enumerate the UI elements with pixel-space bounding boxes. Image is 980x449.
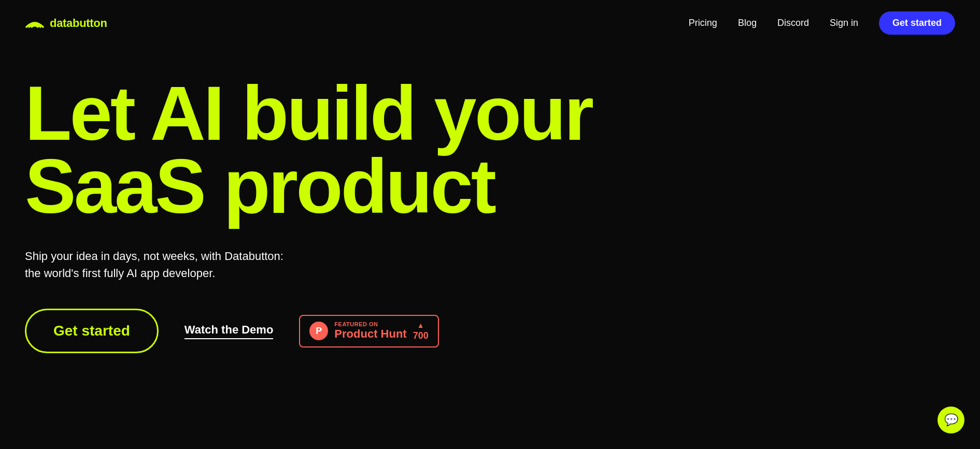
product-hunt-arrow-icon: ▲ xyxy=(417,321,424,329)
chat-bubble-button[interactable]: 💬 xyxy=(938,407,964,433)
watch-demo-label: Watch the Demo xyxy=(184,323,274,339)
product-hunt-vote-count: 700 xyxy=(413,330,429,341)
watch-demo-link[interactable]: Watch the Demo xyxy=(184,323,274,339)
product-hunt-middle: FEATURED ON Product Hunt xyxy=(334,321,406,341)
databutton-logo-icon xyxy=(25,18,45,29)
logo-text: databutton xyxy=(50,17,107,30)
nav-link-signin[interactable]: Sign in xyxy=(830,18,858,28)
product-hunt-votes: ▲ 700 xyxy=(413,321,429,341)
hero-headline-line2: SaaS product xyxy=(25,143,494,229)
product-hunt-featured-on: FEATURED ON xyxy=(334,321,406,327)
nav-links: Pricing Blog Discord Sign in Get started xyxy=(689,11,955,35)
hero-section: Let AI build your SaaS product Ship your… xyxy=(0,46,980,384)
nav-link-discord[interactable]: Discord xyxy=(777,18,809,28)
logo[interactable]: databutton xyxy=(25,17,107,30)
nav-link-blog[interactable]: Blog xyxy=(738,18,757,28)
hero-get-started-button[interactable]: Get started xyxy=(25,309,159,353)
product-hunt-title: Product Hunt xyxy=(334,327,406,341)
hero-headline: Let AI build your SaaS product xyxy=(25,77,595,223)
product-hunt-logo: P xyxy=(309,322,328,340)
product-hunt-badge[interactable]: P FEATURED ON Product Hunt ▲ 700 xyxy=(299,315,438,347)
hero-actions: Get started Watch the Demo P FEATURED ON… xyxy=(25,309,955,353)
chat-bubble-icon: 💬 xyxy=(944,413,958,427)
nav-link-pricing[interactable]: Pricing xyxy=(689,18,717,28)
navbar: databutton Pricing Blog Discord Sign in … xyxy=(0,0,980,46)
hero-subtext-line1: Ship your idea in days, not weeks, with … xyxy=(25,250,283,263)
hero-subtext: Ship your idea in days, not weeks, with … xyxy=(25,248,294,282)
nav-get-started-button[interactable]: Get started xyxy=(879,11,955,35)
hero-subtext-line2: the world's first fully AI app developer… xyxy=(25,267,215,280)
